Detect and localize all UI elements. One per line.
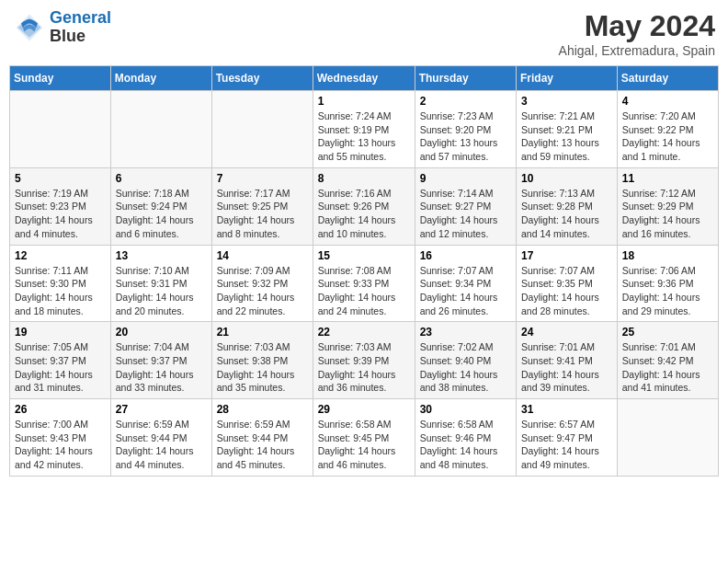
calendar-location: Ahigal, Extremadura, Spain — [559, 43, 715, 58]
sunrise-text: Sunrise: 7:03 AM — [318, 341, 392, 352]
daylight-text: Daylight: 14 hours and 42 minutes. — [15, 445, 93, 470]
sunset-text: Sunset: 9:31 PM — [116, 278, 188, 289]
daylight-text: Daylight: 14 hours and 44 minutes. — [116, 445, 194, 470]
calendar-cell: 28 Sunrise: 6:59 AM Sunset: 9:44 PM Dayl… — [211, 399, 313, 477]
daylight-text: Daylight: 14 hours and 45 minutes. — [217, 445, 295, 470]
daylight-text: Daylight: 14 hours and 14 minutes. — [521, 214, 599, 239]
day-number: 23 — [420, 326, 511, 339]
daylight-text: Daylight: 14 hours and 36 minutes. — [318, 369, 396, 394]
day-number: 22 — [318, 326, 410, 339]
calendar-cell: 23 Sunrise: 7:02 AM Sunset: 9:40 PM Dayl… — [415, 322, 516, 399]
calendar-cell: 31 Sunrise: 6:57 AM Sunset: 9:47 PM Dayl… — [517, 399, 618, 477]
calendar-cell: 21 Sunrise: 7:03 AM Sunset: 9:38 PM Dayl… — [211, 322, 313, 399]
calendar-cell: 26 Sunrise: 7:00 AM Sunset: 9:43 PM Dayl… — [10, 399, 111, 477]
sunset-text: Sunset: 9:26 PM — [318, 201, 390, 212]
logo-icon — [13, 11, 46, 44]
day-info: Sunrise: 7:06 AM Sunset: 9:36 PM Dayligh… — [622, 264, 713, 318]
day-number: 10 — [521, 172, 612, 185]
day-info: Sunrise: 7:03 AM Sunset: 9:39 PM Dayligh… — [318, 340, 410, 395]
sunrise-text: Sunrise: 7:17 AM — [217, 188, 290, 199]
sunrise-text: Sunrise: 6:58 AM — [420, 419, 494, 430]
calendar-cell: 29 Sunrise: 6:58 AM Sunset: 9:45 PM Dayl… — [313, 399, 415, 477]
day-info: Sunrise: 7:04 AM Sunset: 9:37 PM Dayligh… — [116, 340, 207, 395]
sunset-text: Sunset: 9:20 PM — [420, 124, 492, 135]
day-info: Sunrise: 6:57 AM Sunset: 9:47 PM Dayligh… — [521, 418, 612, 472]
calendar-table: SundayMondayTuesdayWednesdayThursdayFrid… — [9, 65, 719, 477]
daylight-text: Daylight: 14 hours and 26 minutes. — [420, 292, 498, 316]
calendar-cell: 9 Sunrise: 7:14 AM Sunset: 9:27 PM Dayli… — [415, 167, 516, 245]
day-number: 27 — [116, 403, 207, 416]
day-info: Sunrise: 7:23 AM Sunset: 9:20 PM Dayligh… — [420, 109, 511, 164]
day-header-wednesday: Wednesday — [313, 66, 415, 91]
sunset-text: Sunset: 9:30 PM — [15, 278, 86, 289]
day-info: Sunrise: 7:00 AM Sunset: 9:43 PM Dayligh… — [15, 418, 106, 472]
sunset-text: Sunset: 9:44 PM — [116, 432, 188, 443]
sunrise-text: Sunrise: 7:08 AM — [318, 265, 392, 276]
sunset-text: Sunset: 9:37 PM — [116, 355, 188, 366]
day-number: 20 — [116, 326, 207, 339]
day-info: Sunrise: 7:20 AM Sunset: 9:22 PM Dayligh… — [622, 109, 713, 164]
day-number: 17 — [521, 249, 612, 262]
sunrise-text: Sunrise: 7:05 AM — [15, 341, 88, 352]
day-number: 29 — [318, 403, 410, 416]
calendar-cell: 2 Sunrise: 7:23 AM Sunset: 9:20 PM Dayli… — [415, 91, 516, 168]
calendar-cell: 5 Sunrise: 7:19 AM Sunset: 9:23 PM Dayli… — [10, 167, 111, 245]
calendar-week-row: 1 Sunrise: 7:24 AM Sunset: 9:19 PM Dayli… — [10, 91, 719, 168]
sunset-text: Sunset: 9:21 PM — [521, 124, 593, 135]
daylight-text: Daylight: 14 hours and 4 minutes. — [15, 214, 93, 239]
sunset-text: Sunset: 9:46 PM — [420, 432, 492, 443]
day-number: 21 — [217, 326, 308, 339]
calendar-cell: 24 Sunrise: 7:01 AM Sunset: 9:41 PM Dayl… — [517, 322, 618, 399]
daylight-text: Daylight: 13 hours and 57 minutes. — [420, 137, 498, 162]
sunrise-text: Sunrise: 7:24 AM — [318, 110, 392, 121]
daylight-text: Daylight: 14 hours and 49 minutes. — [521, 445, 599, 470]
day-number: 13 — [116, 249, 207, 262]
calendar-week-row: 5 Sunrise: 7:19 AM Sunset: 9:23 PM Dayli… — [10, 167, 719, 245]
day-info: Sunrise: 7:09 AM Sunset: 9:32 PM Dayligh… — [217, 264, 308, 318]
day-info: Sunrise: 6:59 AM Sunset: 9:44 PM Dayligh… — [116, 418, 207, 472]
day-header-friday: Friday — [517, 66, 618, 91]
daylight-text: Daylight: 14 hours and 12 minutes. — [420, 214, 498, 239]
sunrise-text: Sunrise: 7:04 AM — [116, 341, 189, 352]
sunrise-text: Sunrise: 7:13 AM — [521, 188, 595, 199]
sunset-text: Sunset: 9:27 PM — [420, 201, 492, 212]
logo-line2: Blue — [50, 28, 111, 46]
day-info: Sunrise: 6:58 AM Sunset: 9:46 PM Dayligh… — [420, 418, 511, 472]
calendar-cell — [10, 91, 111, 168]
day-number: 30 — [420, 403, 511, 416]
sunset-text: Sunset: 9:34 PM — [420, 278, 492, 289]
daylight-text: Daylight: 14 hours and 29 minutes. — [622, 292, 700, 316]
day-number: 15 — [318, 249, 410, 262]
day-info: Sunrise: 7:01 AM Sunset: 9:41 PM Dayligh… — [521, 340, 612, 395]
calendar-cell: 30 Sunrise: 6:58 AM Sunset: 9:46 PM Dayl… — [415, 399, 516, 477]
day-info: Sunrise: 7:05 AM Sunset: 9:37 PM Dayligh… — [15, 340, 106, 395]
day-info: Sunrise: 7:02 AM Sunset: 9:40 PM Dayligh… — [420, 340, 511, 395]
sunset-text: Sunset: 9:38 PM — [217, 355, 289, 366]
day-header-saturday: Saturday — [617, 66, 718, 91]
sunrise-text: Sunrise: 6:58 AM — [318, 419, 392, 430]
day-info: Sunrise: 7:16 AM Sunset: 9:26 PM Dayligh… — [318, 187, 410, 241]
sunrise-text: Sunrise: 7:07 AM — [420, 265, 494, 276]
day-info: Sunrise: 7:17 AM Sunset: 9:25 PM Dayligh… — [217, 187, 308, 241]
sunrise-text: Sunrise: 7:06 AM — [622, 265, 696, 276]
calendar-cell: 19 Sunrise: 7:05 AM Sunset: 9:37 PM Dayl… — [10, 322, 111, 399]
calendar-cell — [110, 91, 211, 168]
sunset-text: Sunset: 9:40 PM — [420, 355, 492, 366]
daylight-text: Daylight: 14 hours and 48 minutes. — [420, 445, 498, 470]
calendar-cell: 12 Sunrise: 7:11 AM Sunset: 9:30 PM Dayl… — [10, 245, 111, 322]
daylight-text: Daylight: 14 hours and 8 minutes. — [217, 214, 295, 239]
day-info: Sunrise: 7:12 AM Sunset: 9:29 PM Dayligh… — [622, 187, 713, 241]
calendar-cell — [211, 91, 313, 168]
title-block: May 2024 Ahigal, Extremadura, Spain — [559, 9, 715, 58]
day-number: 3 — [521, 95, 612, 108]
calendar-title: May 2024 — [559, 9, 715, 43]
daylight-text: Daylight: 14 hours and 1 minute. — [622, 137, 700, 162]
day-number: 31 — [521, 403, 612, 416]
sunset-text: Sunset: 9:28 PM — [521, 201, 593, 212]
sunrise-text: Sunrise: 7:02 AM — [420, 341, 494, 352]
sunset-text: Sunset: 9:29 PM — [622, 201, 694, 212]
daylight-text: Daylight: 14 hours and 39 minutes. — [521, 369, 599, 394]
sunset-text: Sunset: 9:43 PM — [15, 432, 86, 443]
daylight-text: Daylight: 14 hours and 6 minutes. — [116, 214, 194, 239]
day-info: Sunrise: 7:07 AM Sunset: 9:35 PM Dayligh… — [521, 264, 612, 318]
